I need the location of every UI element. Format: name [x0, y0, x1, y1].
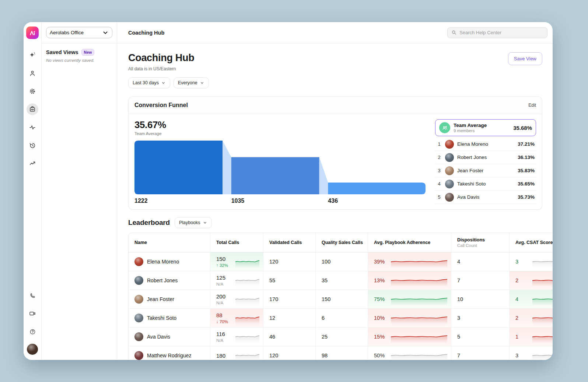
csat-value: 2	[515, 315, 532, 321]
rank-number: 2	[437, 155, 442, 160]
rail-utilities	[27, 290, 38, 355]
adherence-value: 15%	[374, 334, 391, 340]
saved-views-panel: Aerolabs Office Saved Views New No views…	[41, 22, 117, 360]
total-calls-value: 125	[216, 275, 235, 281]
avatar	[134, 295, 143, 304]
funnel-card-title: Conversion Funnel	[134, 102, 188, 109]
column-header[interactable]: Quality Sales Calls	[316, 233, 368, 252]
person-name: Jean Foster	[457, 168, 483, 173]
date-range-filter[interactable]: Last 30 days	[128, 77, 170, 88]
name-cell: Matthew Rodriguez	[129, 346, 210, 360]
sparkline	[532, 330, 553, 343]
validated-calls-cell: 46	[263, 328, 316, 346]
csat-value: 1	[515, 334, 532, 340]
chevron-down-icon	[200, 81, 204, 85]
column-header[interactable]: Total Calls	[210, 233, 263, 252]
user-icon[interactable]	[27, 67, 38, 79]
phone-icon[interactable]	[27, 290, 38, 301]
playbooks-filter[interactable]: Playbooks	[175, 217, 212, 228]
csat-cell: 4	[510, 290, 553, 308]
trend-badge: ↓ 70%	[216, 319, 235, 324]
column-header[interactable]: Avg. Playbook Adherence	[368, 233, 451, 252]
team-average-label: Team Average	[134, 131, 426, 136]
sparkle-icon[interactable]	[27, 49, 38, 61]
name-cell: Jean Foster	[129, 290, 210, 308]
save-view-button[interactable]: Save View	[508, 52, 542, 65]
topbar: Coaching Hub	[117, 22, 553, 43]
people-filter-label: Everyone	[178, 80, 197, 85]
avatar	[134, 351, 143, 360]
ranking-row[interactable]: 3 Jean Foster 35.83%	[435, 164, 536, 177]
workspace-select[interactable]: Aerolabs Office	[46, 27, 112, 38]
funnel-ranking-panel: Team Average 9 members 35.68% 1 Elena Mo…	[435, 119, 536, 205]
column-header[interactable]: Name	[129, 233, 210, 252]
coaching-icon[interactable]	[27, 103, 38, 115]
leaderboard-row[interactable]: Takeshi Soto 88 ↓ 70% 12 6 10% 3 2	[129, 309, 553, 328]
column-header[interactable]: Dispositions Call Count	[451, 233, 510, 252]
help-search[interactable]	[447, 27, 547, 38]
playbook-adherence-cell: 13%	[368, 271, 451, 290]
column-header[interactable]: Avg. CSAT Score	[510, 233, 553, 252]
sparkline	[532, 312, 553, 324]
edit-link[interactable]: Edit	[528, 103, 536, 108]
total-calls-cell: 125 N/A	[210, 271, 263, 290]
column-header[interactable]: Validated Calls	[263, 233, 316, 252]
csat-cell: 3	[510, 252, 553, 271]
csat-cell: 1	[510, 328, 553, 346]
person-name: Elena Moreno	[147, 259, 179, 265]
quality-sales-calls-cell: 100	[316, 252, 368, 271]
avatar	[134, 332, 143, 341]
funnel-svg	[134, 141, 426, 194]
conversion-funnel-card: Conversion Funnel Edit 35.67% Team Avera…	[128, 96, 542, 210]
total-calls-value: 116	[216, 331, 235, 337]
csat-value: 4	[515, 296, 532, 302]
people-filter[interactable]: Everyone	[174, 77, 209, 88]
app-window: Aerolabs Office Saved Views New No views…	[24, 22, 553, 360]
user-avatar[interactable]	[27, 344, 38, 355]
ranking-row[interactable]: 2 Robert Jones 36.13%	[435, 151, 536, 164]
funnel-chart	[134, 141, 426, 194]
leaderboard-row[interactable]: Jean Foster 200 N/A 170 150 75% 10 4	[129, 290, 553, 309]
csat-value: 3	[515, 259, 532, 265]
trend-badge: N/A	[216, 282, 235, 286]
ranking-row[interactable]: 4 Takeshi Soto 35.65%	[435, 177, 536, 191]
leaderboard-row[interactable]: Ava Davis 116 N/A 46 25 15% 5 1	[129, 328, 553, 346]
stage-value: 1222	[134, 198, 176, 204]
app-logo[interactable]	[26, 26, 39, 39]
playbook-adherence-cell: 10%	[368, 309, 451, 327]
new-badge: New	[81, 49, 95, 56]
ranking-row[interactable]: 6 Matthew Rodriguez 36.02%	[435, 204, 536, 205]
csat-cell: 2	[510, 309, 553, 327]
sparkline	[391, 293, 447, 305]
history-icon[interactable]	[27, 139, 38, 151]
person-name: Robert Jones	[457, 155, 487, 160]
adherence-value: 39%	[374, 259, 391, 265]
date-range-label: Last 30 days	[133, 80, 159, 85]
video-icon[interactable]	[27, 308, 38, 319]
leaderboard-row[interactable]: Robert Jones 125 N/A 55 35 13% 7 2	[129, 271, 553, 290]
leaderboard-row[interactable]: Elena Moreno 150 ↑ 32% 120 100 39% 4 3	[129, 252, 553, 271]
team-average-card[interactable]: Team Average 9 members 35.68%	[435, 119, 536, 136]
validated-calls-cell: 170	[263, 290, 316, 308]
leaderboard-row[interactable]: Matthew Rodriguez 180 120 98 50% 7 3	[129, 346, 553, 360]
total-calls-cell: 150 ↑ 32%	[210, 252, 263, 271]
sparkline	[235, 330, 259, 343]
column-label: Avg. CSAT Score	[515, 240, 553, 245]
help-icon[interactable]	[27, 326, 38, 337]
validated-calls-cell: 12	[263, 309, 316, 327]
team-member-count: 9 members	[454, 128, 487, 133]
settings-icon[interactable]	[27, 85, 38, 97]
trend-badge: N/A	[216, 301, 235, 305]
quality-sales-calls-cell: 25	[316, 328, 368, 346]
dispositions-cell: 5	[451, 328, 510, 346]
person-name: Ava Davis	[147, 334, 170, 340]
activity-icon[interactable]	[27, 121, 38, 133]
person-name: Elena Moreno	[457, 141, 488, 147]
trending-icon[interactable]	[27, 158, 38, 169]
csat-value: 2	[515, 277, 532, 283]
ranking-row[interactable]: 1 Elena Moreno 37.21%	[435, 138, 536, 151]
sparkline	[391, 349, 447, 360]
ranking-row[interactable]: 5 Ava Davis 35.73%	[435, 191, 536, 204]
total-calls-value: 150	[216, 256, 235, 262]
search-input[interactable]	[459, 30, 543, 35]
